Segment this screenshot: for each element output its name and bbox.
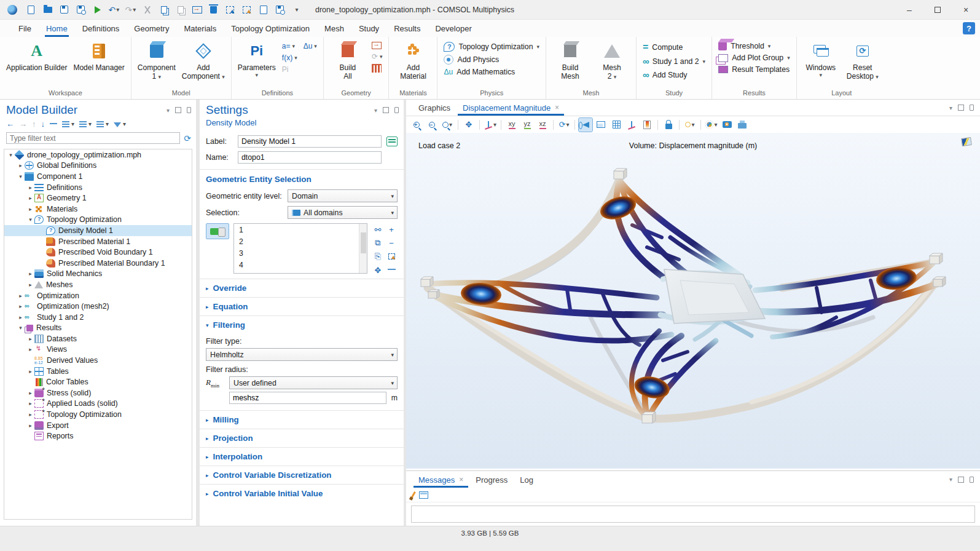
grid-icon[interactable] (610, 118, 623, 132)
tree-node-density-model-1[interactable]: Density Model 1 (4, 225, 192, 236)
tab-graphics[interactable]: Graphics (412, 100, 457, 116)
paste-selection-icon[interactable]: ⎘ (372, 250, 384, 263)
close-button[interactable]: × (952, 0, 980, 20)
menu-home[interactable]: Home (39, 20, 75, 37)
open-file-icon[interactable] (40, 2, 55, 17)
tree-node-applied-loads-solid[interactable]: ▸Applied Loads (solid) (4, 398, 192, 410)
tree-node-study-1-and-2[interactable]: ▸Study 1 and 2 (4, 312, 192, 323)
mesh-2-button[interactable]: Mesh 2 ▾ (594, 41, 630, 81)
graphics-menu-icon[interactable]: ▾ (949, 105, 952, 111)
name-input[interactable] (238, 151, 382, 164)
clear-messages-icon[interactable] (410, 491, 416, 499)
rename-icon[interactable] (386, 137, 398, 146)
show-icon[interactable] (50, 123, 57, 125)
tree-filter-input[interactable] (6, 132, 180, 144)
messages-close-icon[interactable]: × (459, 475, 463, 484)
zoom-selected-icon[interactable] (256, 2, 271, 17)
refresh-icon[interactable]: ⟳ (184, 133, 191, 143)
menu-materials[interactable]: Materials (176, 20, 224, 37)
print-icon[interactable] (735, 118, 749, 132)
help-button[interactable]: ? (963, 22, 975, 34)
filter-radius-dropdown[interactable]: User defined ▾ (229, 376, 398, 389)
tab-progress[interactable]: Progress (469, 472, 514, 488)
color-legend-icon[interactable] (640, 118, 654, 132)
panel-menu-icon[interactable]: ▾ (167, 107, 170, 114)
go-to-view-icon[interactable]: ▾ (484, 118, 497, 132)
section-equation[interactable]: ▸Equation (200, 297, 404, 315)
build-all-button[interactable]: Build All (330, 41, 366, 81)
add-physics-button[interactable]: Add Physics (444, 55, 539, 65)
tab-displacement-magnitude[interactable]: Displacement Magnitude × (457, 100, 565, 116)
axes-orientation-icon[interactable] (625, 118, 638, 132)
work-plane-button[interactable] (372, 64, 383, 73)
physics-interface-button[interactable]: ? Topology Optimization▾ (444, 42, 539, 52)
messages-pin-icon[interactable] (970, 477, 974, 483)
tree-node-materials[interactable]: ▸Materials (4, 204, 192, 215)
tree-node-optimization[interactable]: ▸Optimization (4, 290, 192, 301)
clear-selection-icon[interactable] (385, 250, 398, 263)
transparency-icon[interactable] (594, 118, 608, 132)
view-xz-icon[interactable]: xz (536, 118, 549, 132)
application-builder-button[interactable]: A Application Builder (6, 41, 67, 72)
tree-node-prescribed-void-boundary-1[interactable]: Prescribed Void Boundary 1 (4, 247, 192, 258)
tree-node-root[interactable]: ▾drone_topology_optimization.mph (4, 149, 192, 161)
tab-messages[interactable]: Messages × (412, 472, 469, 488)
result-templates-button[interactable]: Result Templates (718, 65, 790, 74)
float-panel-icon[interactable] (175, 107, 181, 113)
open-messages-window-icon[interactable] (419, 491, 428, 499)
filter-icon[interactable]: ▾ (114, 121, 126, 127)
active-toggle-button[interactable] (206, 223, 229, 239)
collapse-all-icon[interactable]: ▾ (62, 121, 74, 127)
menu-topology-optimization[interactable]: Topology Optimization (224, 20, 317, 37)
domain-selection-list[interactable]: 1 2 3 4 (233, 223, 367, 274)
settings-pin-icon[interactable] (394, 107, 399, 113)
tree-node-prescribed-material-1[interactable]: Prescribed Material 1 (4, 236, 192, 247)
functions-button[interactable]: f(x)▾ (282, 54, 297, 62)
tree-node-color-tables[interactable]: Color Tables (4, 376, 192, 387)
redo-icon[interactable]: ↷▾ (123, 2, 138, 17)
tree-node-topology-optimization-results[interactable]: ▸Topology Optimization (4, 409, 192, 420)
label-input[interactable] (238, 135, 382, 148)
tree-node-export[interactable]: ▸Export (4, 420, 192, 431)
section-interpolation[interactable]: ▸Interpolation (200, 447, 404, 466)
customize-toolbar-icon[interactable]: ▾ (289, 2, 304, 17)
graphics-float-icon[interactable] (958, 105, 964, 111)
section-milling[interactable]: ▸Milling (200, 410, 404, 429)
tree-node-topology-optimization[interactable]: ▾Topology Optimization (4, 215, 192, 226)
duplicate-icon[interactable] (189, 2, 205, 17)
show-selection-icon[interactable] (385, 264, 398, 276)
create-selection-icon[interactable]: ⚯ (372, 223, 384, 236)
save-as-icon[interactable] (73, 2, 88, 17)
tree-node-global-definitions[interactable]: ▸Global Definitions (4, 161, 192, 172)
scene-light-toggle-icon[interactable] (579, 118, 592, 132)
menu-study[interactable]: Study (351, 20, 386, 37)
entity-level-dropdown[interactable]: Domain ▾ (288, 189, 398, 202)
copy-icon[interactable] (156, 2, 171, 17)
section-control-variable-discretization[interactable]: ▸Control Variable Discretization (200, 466, 404, 484)
find-icon[interactable] (272, 2, 288, 17)
section-override[interactable]: ▸Override (200, 279, 404, 297)
build-mesh-button[interactable]: Build Mesh (552, 41, 588, 81)
view-yz-icon[interactable]: yz (520, 118, 534, 132)
domain-list-item[interactable]: 1 (234, 224, 367, 236)
add-material-button[interactable]: Add Material (395, 41, 431, 81)
forward-icon[interactable]: → (19, 119, 27, 129)
tree-node-solid-mechanics[interactable]: ▸Solid Mechanics (4, 269, 192, 280)
tree-node-meshes[interactable]: ▸Meshes (4, 279, 192, 290)
study-1-and-2-button[interactable]: ∞ Study 1 and 2▾ (643, 56, 705, 66)
add-component-button[interactable]: Add Component ▾ (182, 41, 225, 81)
zoom-extents-icon[interactable]: ✥ (462, 118, 476, 132)
remove-from-selection-icon[interactable]: − (385, 237, 398, 249)
zoom-out-icon[interactable]: − (425, 118, 439, 132)
add-to-selection-icon[interactable]: + (385, 223, 398, 236)
tree-node-reports[interactable]: Reports (4, 430, 192, 442)
tree-node-derived-values[interactable]: Derived Values (4, 355, 192, 366)
domain-list-item[interactable]: 4 (234, 259, 367, 271)
filter-type-dropdown[interactable]: Helmholtz ▾ (206, 348, 398, 361)
copy-selection-icon[interactable]: ⧉ (372, 237, 384, 249)
move-down-icon[interactable]: ↓ (41, 119, 45, 129)
section-projection[interactable]: ▸Projection (200, 429, 404, 447)
selection-dropdown[interactable]: All domains ▾ (288, 206, 398, 219)
graphics-pin-icon[interactable] (970, 105, 974, 111)
save-icon[interactable] (57, 2, 72, 17)
